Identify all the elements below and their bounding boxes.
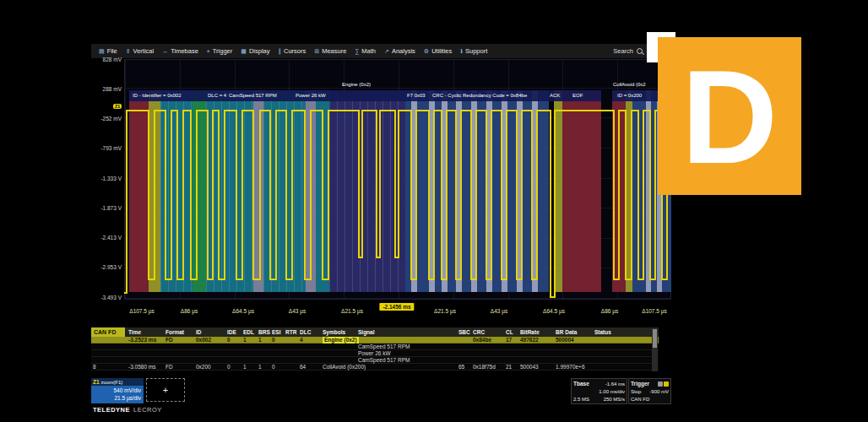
column-header-ide: IDE <box>227 329 236 335</box>
table-scrollbar-thumb[interactable] <box>653 329 657 348</box>
decode-bit-stripe <box>442 90 448 292</box>
display-icon: ▦ <box>241 48 247 55</box>
decode-label: DLC = 4 <box>208 93 226 98</box>
delta-readout: Δ64.5 µs <box>543 308 565 314</box>
menu-item-utilities[interactable]: ⚙Utilities <box>420 44 456 58</box>
delta-readout: Δ86 µs <box>601 308 618 314</box>
vertical-icon: ⇕ <box>126 48 131 55</box>
table-row[interactable]: Power 26 kW <box>91 350 659 357</box>
delta-readout: Δ21.5 µs <box>434 308 456 314</box>
measure-icon: ⊞ <box>314 48 319 55</box>
cell-bitrate: 500043 <box>520 364 539 371</box>
zoom-channel-tag: Z1 <box>113 104 122 109</box>
decode-band <box>554 90 562 292</box>
cell-esi: 0 <box>272 337 275 344</box>
menu-item-label: Vertical <box>133 47 155 55</box>
column-header-status: Status <box>594 329 611 335</box>
trigger-descriptor[interactable]: Trigger Stop -900 mV CAN FD <box>628 378 671 404</box>
delta-readout: Δ43 µs <box>491 308 507 314</box>
decode-bit-stripe <box>456 90 462 292</box>
decode-label: ID - Identifier = 0x002 <box>133 93 182 98</box>
trigger-source-readout: CAN FD <box>631 397 649 402</box>
column-header-bitrate: BitRate <box>520 329 540 335</box>
decode-label: ID = 0x200 <box>617 93 642 98</box>
cell-brdata: 500004 <box>556 337 574 344</box>
cell-edl: 1 <box>243 337 247 344</box>
decode-band <box>329 90 405 292</box>
cell-format: FD <box>165 337 173 344</box>
trigger-mode-readout: Stop <box>631 389 641 394</box>
decode-bit-stripe <box>411 90 417 292</box>
cell-cl: 21 <box>506 364 512 371</box>
column-header-brs: BRS <box>258 329 270 335</box>
column-header-cl: CL <box>506 329 513 335</box>
table-scrollbar[interactable] <box>652 327 658 371</box>
decode-label: F7 0x03 <box>407 93 426 98</box>
trigger-level-icon[interactable] <box>664 381 669 387</box>
protocol-tab-canfd[interactable]: CAN FD <box>91 327 125 337</box>
decode-band <box>193 90 206 292</box>
decode-band <box>149 90 160 292</box>
menu-item-measure[interactable]: ⊞Measure <box>310 44 350 58</box>
add-trace-button[interactable]: + <box>146 378 185 402</box>
decode-label: Engine (0x2) <box>342 82 371 87</box>
decode-band <box>129 90 149 292</box>
search-icon <box>637 48 643 54</box>
delta-readout: Δ107.5 µs <box>129 308 154 314</box>
decode-band <box>263 90 306 292</box>
tbase-hdiv-readout: 1.00 ms/div <box>599 389 625 394</box>
menu-item-trigger[interactable]: ⌖Trigger <box>203 44 236 58</box>
column-header-format: Format <box>165 329 184 335</box>
cell-brs: 1 <box>258 364 262 371</box>
trigger-level-readout: -900 mV <box>649 389 669 394</box>
cursors-icon: ∥ <box>279 48 282 55</box>
decode-label: EOF <box>572 93 583 98</box>
column-header-id: ID <box>196 329 202 335</box>
table-row[interactable]: 8-3.0580 msFD0x200011064CollAvoid (0x200… <box>91 364 659 371</box>
cell-id: 0x200 <box>196 364 211 371</box>
column-header-esi: ESI <box>272 329 280 335</box>
cell-id: 0x002 <box>196 337 211 344</box>
menu-item-support[interactable]: ℹSupport <box>456 44 491 58</box>
decode-bit-stripe <box>486 90 492 292</box>
cell-symbols: Engine (0x2) <box>323 337 359 344</box>
delta-readout: Δ43 µs <box>289 308 306 314</box>
tbase-label: Tbase <box>573 381 589 387</box>
decode-bit-stripe <box>471 90 477 292</box>
cell-cl: 17 <box>506 337 512 344</box>
timebase-icon: ↔ <box>162 48 168 54</box>
column-header-edl: EDL <box>243 329 254 335</box>
decode-bit-stripe <box>429 90 435 292</box>
menu-item-label: Cursors <box>284 47 306 55</box>
decode-bit-stripe <box>646 90 651 292</box>
zoom-descriptor-z1[interactable]: Z1 zoom(F1) 540 mV/div 21.5 µs/div <box>91 378 144 403</box>
decode-band <box>612 90 626 292</box>
cell-dlc: 64 <box>300 364 306 371</box>
delta-readout: Δ21.5 µs <box>341 308 363 314</box>
menu-item-vertical[interactable]: ⇕Vertical <box>122 44 158 58</box>
cell-symbols: CollAvoid (0x200) <box>323 364 366 371</box>
brand-logo: TELEDYNE LECROY <box>93 406 162 414</box>
utilities-icon: ⚙ <box>424 48 429 55</box>
table-row[interactable]: -3.2523 msFD0x00201104Engine (0x2)0x84be… <box>91 337 659 344</box>
overlay-letter: D <box>681 50 778 183</box>
trigger-label: Trigger <box>631 381 649 387</box>
decode-label: ACK <box>550 93 560 98</box>
delta-readout: Δ107.5 µs <box>642 308 666 314</box>
zoom-descriptor-header: Z1 zoom(F1) <box>91 378 144 386</box>
menu-item-display[interactable]: ▦Display <box>236 44 274 58</box>
menu-item-math[interactable]: ∑Math <box>350 44 380 58</box>
menu-item-timebase[interactable]: ↔Timebase <box>158 44 203 58</box>
column-header-dlc: DLC <box>300 329 311 335</box>
table-row[interactable]: CamSpeed 517 RPM <box>91 344 659 350</box>
trigger-time-readout: -2.1456 ms <box>379 303 414 311</box>
decode-strip-frame1 <box>129 90 601 101</box>
table-row[interactable]: CamSpeed 517 RPM <box>91 357 659 364</box>
trigger-setup-icon[interactable] <box>658 381 663 387</box>
timebase-descriptor[interactable]: Tbase -1.64 ms 1.00 ms/div 2.5 MS 250 MS… <box>571 378 627 404</box>
menu-item-label: Display <box>249 47 270 55</box>
cell-time: -3.2523 ms <box>128 337 156 344</box>
decode-band <box>206 90 253 292</box>
menu-item-cursors[interactable]: ∥Cursors <box>274 44 311 58</box>
menu-item-analysis[interactable]: ↗Analysis <box>380 44 420 58</box>
